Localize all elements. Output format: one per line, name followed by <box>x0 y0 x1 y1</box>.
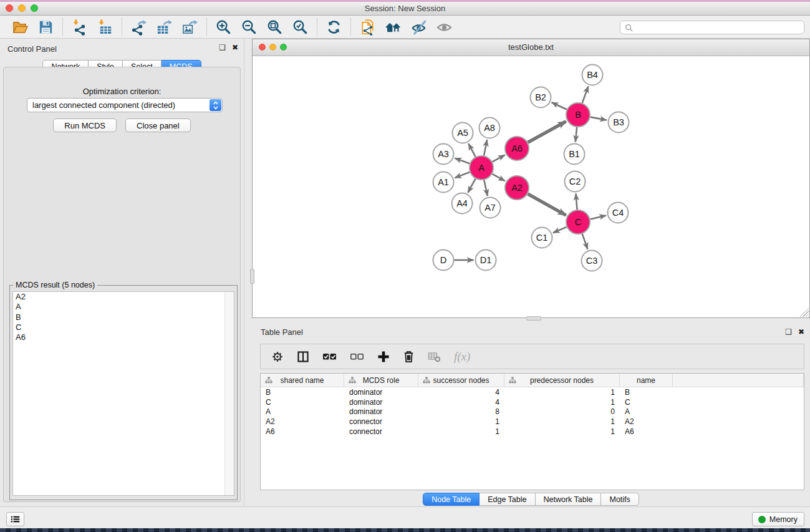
tab-motifs[interactable]: Motifs <box>601 493 639 506</box>
table-cell[interactable]: 1 <box>418 427 504 436</box>
graph-edge-A-A3[interactable] <box>455 158 470 164</box>
graph-node-C[interactable]: C <box>566 210 590 234</box>
table-cell[interactable]: 1 <box>504 398 620 407</box>
column-header-name[interactable]: name <box>620 374 673 387</box>
table-row[interactable]: Cdominator41C <box>261 397 804 407</box>
mcds-result-item[interactable]: A2 <box>13 292 234 302</box>
graph-edge-A-A7[interactable] <box>484 180 488 196</box>
graph-edge-A-A6[interactable] <box>493 155 505 162</box>
graph-node-B[interactable]: B <box>566 103 590 127</box>
graph-edge-A6-B[interactable] <box>528 122 566 143</box>
graph-edge-C-C2[interactable] <box>576 193 577 210</box>
graph-node-C2[interactable]: C2 <box>565 172 586 192</box>
table-cell[interactable]: 4 <box>418 398 504 407</box>
function-builder-button[interactable]: f(x) <box>454 349 470 364</box>
table-cell[interactable]: A2 <box>261 417 344 426</box>
close-table-panel-icon[interactable]: ✖ <box>798 328 804 336</box>
graph-node-B4[interactable]: B4 <box>582 65 603 85</box>
graph-edge-C-C4[interactable] <box>590 215 606 219</box>
graph-node-B2[interactable]: B2 <box>531 87 551 108</box>
graph-node-D[interactable]: D <box>433 250 454 271</box>
show-graphics-details-button[interactable] <box>433 17 456 37</box>
table-cell[interactable]: connector <box>344 427 418 436</box>
table-cell[interactable]: A6 <box>261 427 344 436</box>
select-all-columns-button[interactable] <box>322 349 337 364</box>
column-header-successor-nodes[interactable]: successor nodes <box>418 374 504 387</box>
tab-edge-table[interactable]: Edge Table <box>480 493 535 506</box>
graph-node-A2[interactable]: A2 <box>505 176 529 200</box>
network-close-button[interactable] <box>259 44 266 51</box>
table-row[interactable]: A6connector11A6 <box>261 427 804 437</box>
network-minimize-button[interactable] <box>269 44 276 51</box>
network-graph[interactable]: B4B2BB3A8A5A6A3B1AA1C2A2A4A7C4CC1C3DD1 <box>253 56 809 317</box>
graph-node-A[interactable]: A <box>470 156 493 180</box>
table-cell[interactable]: A2 <box>620 417 673 426</box>
network-window-titlebar[interactable]: testGlobe.txt <box>253 39 809 56</box>
run-mcds-button[interactable]: Run MCDS <box>53 118 117 132</box>
table-cell[interactable]: C <box>620 398 673 407</box>
graph-node-A4[interactable]: A4 <box>452 193 473 214</box>
unselect-all-columns-button[interactable] <box>350 349 364 364</box>
graph-edge-B-B4[interactable] <box>582 86 589 103</box>
graph-node-C1[interactable]: C1 <box>532 228 552 248</box>
table-cell[interactable]: A <box>620 407 673 416</box>
close-window-button[interactable] <box>6 4 13 12</box>
export-image-button[interactable] <box>178 17 201 37</box>
graph-node-A7[interactable]: A7 <box>480 198 501 218</box>
table-cell[interactable]: 0 <box>504 407 620 416</box>
search-input[interactable] <box>633 22 799 32</box>
horizontal-splitter-handle[interactable] <box>526 316 541 321</box>
table-cell[interactable]: dominator <box>344 398 418 407</box>
table-cell[interactable]: 1 <box>504 427 620 436</box>
graph-node-B3[interactable]: B3 <box>609 112 629 133</box>
table-row[interactable]: Adominator80A <box>261 407 804 417</box>
export-table-button[interactable] <box>153 17 176 37</box>
graph-node-C4[interactable]: C4 <box>608 203 629 223</box>
tab-network-table[interactable]: Network Table <box>536 493 602 506</box>
mcds-result-item[interactable]: B <box>13 312 234 322</box>
mcds-result-item[interactable]: C <box>13 322 234 332</box>
mcds-result-item[interactable]: A <box>13 302 234 312</box>
close-panel-button[interactable]: Close panel <box>125 118 191 132</box>
graph-node-D1[interactable]: D1 <box>476 250 496 271</box>
graph-node-A6[interactable]: A6 <box>505 137 529 160</box>
graph-edge-C-C3[interactable] <box>582 234 588 249</box>
graph-node-A1[interactable]: A1 <box>433 172 454 193</box>
table-cell[interactable]: B <box>620 388 673 397</box>
graph-node-A5[interactable]: A5 <box>453 123 473 143</box>
graph-edge-B-B3[interactable] <box>591 117 607 120</box>
table-row[interactable]: A2connector11A2 <box>261 417 804 427</box>
mcds-result-item[interactable]: A6 <box>13 332 234 342</box>
titlebar[interactable]: Session: New Session <box>0 0 810 16</box>
delete-columns-button[interactable] <box>403 349 415 364</box>
show-all-networks-button[interactable] <box>382 17 405 37</box>
tab-node-table[interactable]: Node Table <box>423 493 480 506</box>
graph-node-C3[interactable]: C3 <box>582 251 602 271</box>
table-cell[interactable]: 8 <box>418 407 504 416</box>
vertical-splitter-handle[interactable] <box>250 269 254 284</box>
graph-edge-B-B1[interactable] <box>576 127 577 142</box>
table-cell[interactable]: dominator <box>344 388 418 397</box>
table-row[interactable]: Bdominator41B <box>261 387 804 397</box>
table-cell[interactable]: dominator <box>344 407 418 416</box>
network-zoom-button[interactable] <box>280 44 287 51</box>
delete-table-button[interactable] <box>428 349 441 364</box>
table-cell[interactable]: 1 <box>418 417 504 426</box>
import-network-button[interactable] <box>68 17 91 37</box>
export-network-button[interactable] <box>127 17 150 37</box>
graph-edge-C-C1[interactable] <box>553 227 567 233</box>
memory-button[interactable]: Memory <box>752 512 804 526</box>
graph-node-A3[interactable]: A3 <box>433 144 454 165</box>
graph-edge-A-A8[interactable] <box>484 140 487 155</box>
minimize-window-button[interactable] <box>18 4 26 12</box>
column-header-shared-name[interactable]: shared name <box>261 374 344 387</box>
mcds-list-scrollbar[interactable] <box>224 292 234 495</box>
graph-edge-A-A5[interactable] <box>468 143 475 157</box>
column-header-predecessor-nodes[interactable]: predecessor nodes <box>504 374 620 387</box>
duplicate-network-button[interactable] <box>356 17 379 37</box>
split-columns-button[interactable] <box>297 349 309 364</box>
show-panels-menu-button[interactable] <box>6 512 24 526</box>
graph-edge-A-A2[interactable] <box>492 174 504 181</box>
graph-node-B1[interactable]: B1 <box>564 144 585 165</box>
zoom-window-button[interactable] <box>31 4 38 12</box>
